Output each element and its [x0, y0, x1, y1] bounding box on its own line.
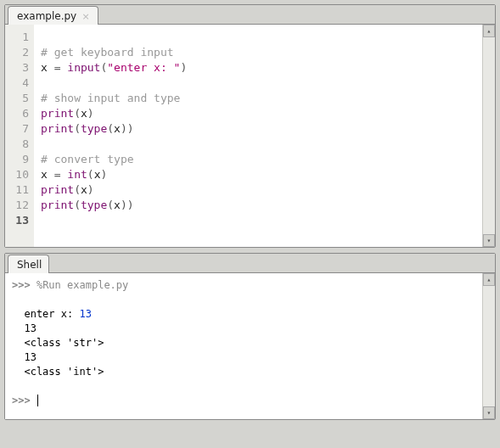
- close-icon[interactable]: ×: [81, 11, 91, 22]
- code-line: [41, 137, 475, 152]
- shell-area[interactable]: >>> %Run example.py enter x: 13 13 <clas…: [5, 273, 482, 419]
- cursor-icon: [37, 395, 38, 406]
- line-number: 2: [8, 45, 29, 60]
- code-token: x: [41, 168, 54, 181]
- shell-user-input: 13: [79, 308, 91, 320]
- line-number: 5: [8, 91, 29, 106]
- code-token: x: [41, 61, 54, 74]
- shell-line: 13: [12, 350, 475, 365]
- scroll-down-icon[interactable]: ▾: [483, 234, 495, 247]
- shell-line: <class 'str'>: [12, 336, 475, 350]
- code-line: # get keyboard input: [41, 45, 475, 60]
- code-token: type: [81, 122, 107, 135]
- shell-prompt: >>>: [12, 279, 31, 291]
- code-token: (: [107, 122, 114, 135]
- line-number: 6: [8, 106, 29, 121]
- code-token: (: [74, 199, 81, 211]
- code-line: # convert type: [41, 152, 475, 167]
- code-token: print: [41, 199, 74, 211]
- code-area[interactable]: # get keyboard inputx = input("enter x: …: [34, 25, 482, 247]
- line-number: 10: [8, 167, 29, 182]
- editor-tab[interactable]: example.py ×: [8, 6, 98, 25]
- code-token: int: [67, 168, 87, 181]
- code-token: x: [81, 107, 87, 120]
- code-token: print: [41, 122, 74, 135]
- code-line: print(x): [41, 106, 475, 121]
- code-line: x = int(x): [41, 167, 475, 182]
- code-line: [41, 76, 475, 91]
- editor-content: 12345678910111213 # get keyboard inputx …: [5, 25, 495, 247]
- code-token: # show input and type: [41, 92, 180, 104]
- code-token: x: [114, 122, 121, 135]
- code-line: # show input and type: [41, 91, 475, 106]
- code-line: [41, 30, 475, 45]
- shell-line: enter x: 13: [12, 307, 475, 322]
- shell-line: [12, 379, 475, 394]
- code-token: "enter x: ": [107, 61, 180, 74]
- code-token: x: [81, 183, 87, 196]
- code-token: input: [67, 61, 100, 74]
- code-token: ): [100, 168, 107, 181]
- line-number: 9: [8, 152, 29, 167]
- shell-tab-label: Shell: [17, 259, 42, 271]
- shell-content-wrap: >>> %Run example.py enter x: 13 13 <clas…: [5, 273, 495, 419]
- shell-line: 13: [12, 322, 475, 336]
- code-token: ): [87, 107, 94, 120]
- code-token: # convert type: [41, 153, 134, 165]
- code-line: print(x): [41, 182, 475, 198]
- code-line: print(type(x)): [41, 121, 475, 137]
- line-number: 13: [8, 213, 29, 228]
- code-token: (: [74, 107, 81, 120]
- code-token: # get keyboard input: [41, 46, 174, 59]
- line-number: 11: [8, 182, 29, 198]
- code-token: (: [74, 122, 81, 135]
- shell-scrollbar[interactable]: ▴ ▾: [482, 273, 495, 419]
- line-number: 1: [8, 30, 29, 45]
- code-line: [41, 213, 475, 228]
- line-number: 8: [8, 137, 29, 152]
- code-token: )): [121, 122, 134, 135]
- shell-tabbar: Shell: [5, 254, 495, 273]
- line-gutter: 12345678910111213: [5, 25, 34, 247]
- scroll-up-icon[interactable]: ▴: [483, 273, 495, 286]
- code-token: (: [74, 183, 81, 196]
- editor-tab-label: example.py: [17, 10, 76, 22]
- code-line: x = input("enter x: "): [41, 60, 475, 76]
- code-token: print: [41, 183, 74, 196]
- shell-line: >>> %Run example.py: [12, 278, 475, 293]
- scroll-down-icon[interactable]: ▾: [483, 406, 495, 419]
- scroll-up-icon[interactable]: ▴: [483, 25, 495, 37]
- code-token: (: [107, 199, 114, 211]
- code-token: print: [41, 107, 74, 120]
- code-token: )): [121, 199, 134, 211]
- editor-panel: example.py × 12345678910111213 # get key…: [4, 4, 496, 248]
- code-token: ): [180, 61, 187, 74]
- shell-tab[interactable]: Shell: [8, 255, 49, 274]
- editor-scrollbar[interactable]: ▴ ▾: [482, 25, 495, 247]
- line-number: 4: [8, 76, 29, 91]
- shell-line: <class 'int'>: [12, 365, 475, 379]
- shell-line: >>>: [12, 394, 475, 408]
- shell-line: [12, 293, 475, 307]
- code-token: x: [114, 199, 121, 211]
- line-number: 12: [8, 198, 29, 213]
- shell-panel: Shell >>> %Run example.py enter x: 13 13…: [4, 253, 496, 420]
- code-line: print(type(x)): [41, 198, 475, 213]
- line-number: 3: [8, 60, 29, 76]
- shell-run-cmd: %Run example.py: [37, 279, 128, 291]
- code-token: (: [87, 168, 94, 181]
- editor-tabbar: example.py ×: [5, 5, 495, 25]
- code-token: type: [81, 199, 107, 211]
- code-token: ): [87, 183, 94, 196]
- line-number: 7: [8, 121, 29, 137]
- shell-prompt: >>>: [12, 395, 31, 406]
